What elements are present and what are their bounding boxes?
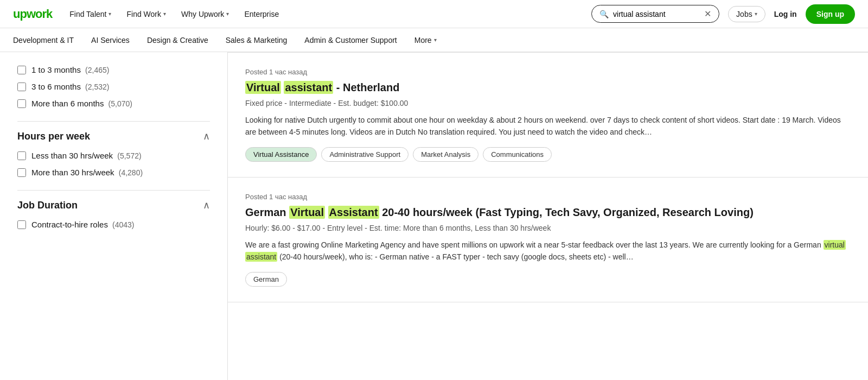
filter-title-job-duration: Job Duration ∧ xyxy=(17,199,210,211)
more-categories-button[interactable]: More ▾ xyxy=(414,36,437,45)
clear-icon[interactable]: ✕ xyxy=(704,9,711,19)
label-contract-hire: Contract-to-hire roles (4043) xyxy=(31,220,135,229)
divider xyxy=(17,190,210,191)
header: upwork Find Talent ▾ Find Work ▾ Why Upw… xyxy=(0,0,868,28)
login-button[interactable]: Log in xyxy=(774,10,797,18)
signup-button[interactable]: Sign up xyxy=(806,4,855,24)
more-label: More xyxy=(414,36,432,45)
job-meta-2: Hourly: $6.00 - $17.00 - Entry level - E… xyxy=(245,224,851,232)
label-more6months: More than 6 months (5,070) xyxy=(31,99,132,108)
checkbox-to3months[interactable] xyxy=(17,66,26,74)
header-right: 🔍 ✕ Jobs ▾ Log in Sign up xyxy=(591,4,855,24)
job-posted-time-2: Posted 1 час назад xyxy=(245,193,851,201)
collapse-hours-button[interactable]: ∧ xyxy=(203,130,210,142)
label-more30hrs: More than 30 hrs/week (4,280) xyxy=(31,168,143,177)
filter-item-more6months: More than 6 months (5,070) xyxy=(17,99,210,108)
chevron-icon: ▾ xyxy=(226,11,229,17)
job-description-2: We are a fast growing Online Marketing A… xyxy=(245,239,851,263)
job-card-2: Posted 1 час назад German Virtual Assist… xyxy=(228,178,868,302)
nav-why-upwork[interactable]: Why Upwork ▾ xyxy=(181,10,229,18)
job-tags-1: Virtual Assistance Administrative Suppor… xyxy=(245,147,851,162)
job-title-german: German xyxy=(245,206,289,218)
filter-item-to3months: 1 to 3 months (2,465) xyxy=(17,65,210,74)
tag-admin-support[interactable]: Administrative Support xyxy=(321,147,409,162)
search-input[interactable] xyxy=(613,10,700,18)
highlight-assistant-2: Assistant xyxy=(328,206,379,219)
highlight-assistant-1: assistant xyxy=(284,81,333,94)
cat-admin-support[interactable]: Admin & Customer Support xyxy=(304,36,397,45)
divider xyxy=(17,121,210,122)
checkbox-more6months[interactable] xyxy=(17,99,26,108)
job-meta-1: Fixed price - Intermediate - Est. budget… xyxy=(245,99,851,107)
chevron-icon: ▾ xyxy=(163,11,166,17)
filter-section-hours: Hours per week ∧ Less than 30 hrs/week (… xyxy=(17,130,210,177)
checkbox-contract-hire[interactable] xyxy=(17,220,26,229)
filter-item-less30: Less than 30 hrs/week (5,572) xyxy=(17,151,210,160)
job-title-rest-1: - Netherland xyxy=(336,81,400,93)
label-3to6months: 3 to 6 months (2,532) xyxy=(31,82,109,91)
filter-item-3to6months: 3 to 6 months (2,532) xyxy=(17,82,210,91)
highlight-virtual-2: Virtual xyxy=(289,206,325,219)
label-less30hrs: Less than 30 hrs/week (5,572) xyxy=(31,151,142,160)
sidebar: 1 to 3 months (2,465) 3 to 6 months (2,5… xyxy=(0,52,228,380)
job-description-1: Looking for native Dutch urgently to com… xyxy=(245,114,851,138)
filter-title-hours: Hours per week ∧ xyxy=(17,130,210,142)
chevron-down-icon: ▾ xyxy=(434,37,437,43)
cat-ai-services[interactable]: AI Services xyxy=(91,36,130,45)
highlight-assistant-inline: assistant xyxy=(245,252,277,262)
job-posted-time-1: Posted 1 час назад xyxy=(245,68,851,76)
job-title-1[interactable]: Virtual assistant - Netherland xyxy=(245,80,851,94)
chevron-down-icon: ▾ xyxy=(755,11,757,17)
job-tags-2: German xyxy=(245,272,851,287)
tag-communications[interactable]: Communications xyxy=(483,147,552,162)
job-title-rest-2: 20-40 hours/week (Fast Typing, Tech Savy… xyxy=(382,206,754,218)
job-card-1: Posted 1 час назад Virtual assistant - N… xyxy=(228,52,868,178)
tag-german[interactable]: German xyxy=(245,272,287,287)
filter-item-more30: More than 30 hrs/week (4,280) xyxy=(17,168,210,177)
search-bar: 🔍 ✕ xyxy=(591,5,719,23)
cat-design-creative[interactable]: Design & Creative xyxy=(147,36,208,45)
checkbox-3to6months[interactable] xyxy=(17,83,26,91)
main-layout: 1 to 3 months (2,465) 3 to 6 months (2,5… xyxy=(0,52,868,380)
main-nav: Find Talent ▾ Find Work ▾ Why Upwork ▾ E… xyxy=(69,10,279,18)
jobs-label: Jobs xyxy=(736,10,752,18)
nav-find-work[interactable]: Find Work ▾ xyxy=(126,10,166,18)
collapse-duration-button[interactable]: ∧ xyxy=(203,199,210,211)
cat-development-it[interactable]: Development & IT xyxy=(13,36,74,45)
highlight-virtual-inline: virtual xyxy=(824,240,846,250)
label-to3months: 1 to 3 months (2,465) xyxy=(31,65,109,74)
filter-section-job-duration: Job Duration ∧ Contract-to-hire roles (4… xyxy=(17,199,210,229)
jobs-dropdown-button[interactable]: Jobs ▾ xyxy=(728,6,765,22)
cat-sales-marketing[interactable]: Sales & Marketing xyxy=(226,36,288,45)
job-title-2[interactable]: German Virtual Assistant 20-40 hours/wee… xyxy=(245,205,851,219)
category-nav: Development & IT AI Services Design & Cr… xyxy=(0,28,868,52)
filter-item-contract-hire: Contract-to-hire roles (4043) xyxy=(17,220,210,229)
tag-market-analysis[interactable]: Market Analysis xyxy=(413,147,478,162)
tag-virtual-assistance[interactable]: Virtual Assistance xyxy=(245,147,317,162)
highlight-virtual-1: Virtual xyxy=(245,81,281,94)
nav-find-talent[interactable]: Find Talent ▾ xyxy=(69,10,111,18)
chevron-icon: ▾ xyxy=(108,11,111,17)
checkbox-less30hrs[interactable] xyxy=(17,151,26,160)
checkbox-more30hrs[interactable] xyxy=(17,168,26,177)
nav-enterprise[interactable]: Enterprise xyxy=(244,10,279,18)
logo: upwork xyxy=(13,7,52,21)
filter-section-duration-top: 1 to 3 months (2,465) 3 to 6 months (2,5… xyxy=(17,65,210,108)
job-listings: Posted 1 час назад Virtual assistant - N… xyxy=(228,52,868,380)
search-icon: 🔍 xyxy=(599,10,609,18)
